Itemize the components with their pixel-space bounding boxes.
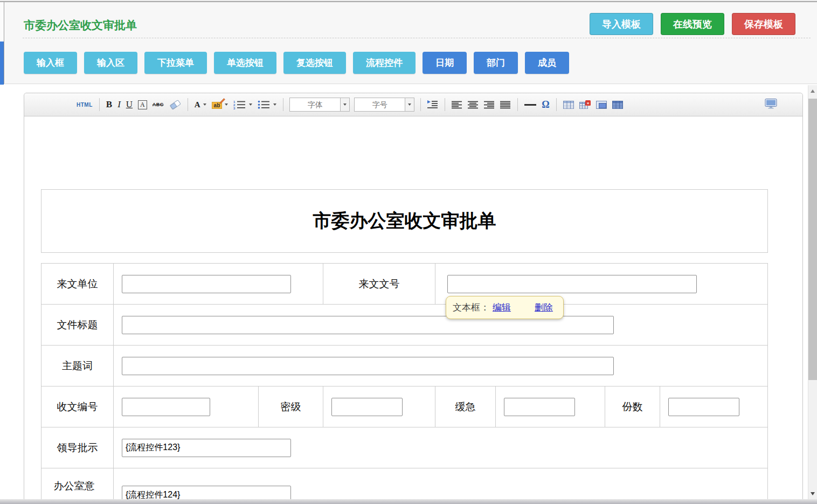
- eraser-button[interactable]: [169, 97, 181, 112]
- bold-button[interactable]: B: [106, 97, 112, 112]
- department-button[interactable]: 部门: [474, 52, 518, 74]
- align-left-button[interactable]: [452, 97, 462, 112]
- incoming-unit-input[interactable]: [122, 275, 291, 293]
- radio-button-button[interactable]: 单选按钮: [214, 52, 276, 74]
- html-source-button[interactable]: HTML: [77, 97, 93, 112]
- svg-text:3: 3: [233, 107, 236, 109]
- fullscreen-icon: [765, 99, 778, 109]
- unordered-list-button[interactable]: [258, 97, 276, 112]
- align-justify-icon: [500, 101, 511, 109]
- italic-button[interactable]: I: [117, 97, 121, 112]
- delete-link[interactable]: 删除: [535, 301, 553, 314]
- incoming-unit-label: 来文单位: [41, 264, 113, 304]
- eraser-icon: [169, 99, 181, 110]
- header-panel: 市委办公室收文审批单 导入模板 在线预览 保存模板 输入框 输入区 下拉菜单 单…: [5, 2, 817, 84]
- incoming-doc-number-input[interactable]: [447, 275, 697, 293]
- import-template-button[interactable]: 导入模板: [590, 13, 653, 35]
- align-left-icon: [452, 101, 462, 109]
- fullscreen-button[interactable]: [765, 99, 778, 109]
- boxed-a-button[interactable]: A: [138, 97, 147, 112]
- table-properties-button[interactable]: [612, 97, 623, 112]
- align-justify-button[interactable]: [500, 97, 511, 112]
- delete-table-button[interactable]: ×: [579, 97, 591, 112]
- table-row: 主题词: [41, 346, 767, 386]
- font-family-select[interactable]: 字体: [289, 98, 350, 112]
- copies-input[interactable]: [668, 398, 739, 416]
- scrollbar-up-arrow-icon[interactable]: [811, 89, 815, 93]
- ordered-list-icon: 1 2 3: [233, 100, 246, 109]
- toolbar-separator: [445, 98, 445, 111]
- dropdown-caret-icon: [343, 103, 347, 106]
- toolbar-separator: [99, 98, 100, 111]
- table-properties-icon: [612, 100, 623, 109]
- textbox-context-tooltip: 文本框： 编辑 删除: [446, 296, 564, 319]
- rich-text-editor: HTML B I U A ABC A ab 1 2: [24, 93, 803, 504]
- leader-comments-input[interactable]: [122, 439, 291, 457]
- left-sidebar-fragment: [0, 42, 4, 85]
- dropdown-caret-icon: [273, 103, 276, 106]
- dropdown-caret-icon: [249, 103, 252, 106]
- table-row: 收文编号 密级 缓急 份数: [41, 386, 767, 427]
- underline-button[interactable]: U: [126, 97, 133, 112]
- flow-control-button[interactable]: 流程控件: [353, 52, 416, 74]
- window-top-edge: [0, 0, 817, 2]
- highlight-color-button[interactable]: ab: [212, 97, 229, 112]
- security-level-cell: [323, 386, 435, 427]
- scrollbar-thumb[interactable]: [808, 99, 817, 380]
- cell-properties-button[interactable]: [596, 97, 607, 112]
- font-family-value: 字体: [290, 98, 340, 111]
- subject-word-input[interactable]: [122, 357, 614, 375]
- receipt-number-label: 收文编号: [41, 386, 113, 427]
- input-box-button[interactable]: 输入框: [24, 52, 77, 74]
- svg-text:×: ×: [586, 100, 589, 105]
- security-level-input[interactable]: [331, 398, 403, 416]
- strikethrough-button[interactable]: ABC: [153, 97, 164, 112]
- align-right-button[interactable]: [484, 97, 495, 112]
- checkbox-button-button[interactable]: 复选按钮: [283, 52, 346, 74]
- window-left-edge: [0, 2, 4, 84]
- member-button[interactable]: 成员: [525, 52, 569, 74]
- receipt-number-input[interactable]: [122, 398, 210, 416]
- horizontal-rule-button[interactable]: [524, 97, 536, 112]
- editor-toolbar: HTML B I U A ABC A ab 1 2: [24, 93, 802, 116]
- horizontal-rule-icon: [524, 104, 536, 106]
- html-source-icon: HTML: [77, 102, 93, 108]
- tooltip-label: 文本框：: [453, 301, 489, 314]
- subject-word-label: 主题词: [41, 346, 113, 386]
- font-size-dropdown-button[interactable]: [405, 98, 414, 111]
- dashed-separator: [23, 38, 811, 38]
- font-family-dropdown-button[interactable]: [340, 98, 349, 111]
- document-heading-label: 文件标题: [41, 305, 113, 345]
- vertical-scrollbar[interactable]: [808, 85, 817, 504]
- save-template-button[interactable]: 保存模板: [732, 13, 795, 35]
- ordered-list-button[interactable]: 1 2 3: [233, 97, 252, 112]
- font-size-value: 字号: [355, 98, 405, 111]
- insert-table-button[interactable]: [563, 97, 574, 112]
- unordered-list-icon: [258, 100, 271, 109]
- align-center-button[interactable]: [468, 97, 479, 112]
- indent-button[interactable]: [427, 97, 438, 112]
- scrollbar-down-arrow-icon[interactable]: [811, 492, 815, 495]
- editor-content-area[interactable]: 市委办公室收文审批单 来文单位 来文文号 文件标题 主题词 收文编号 密级: [24, 116, 802, 504]
- leader-comments-label: 领导批示: [41, 427, 113, 468]
- online-preview-button[interactable]: 在线预览: [661, 13, 724, 35]
- input-area-button[interactable]: 输入区: [84, 52, 137, 74]
- font-color-icon: A: [195, 100, 200, 109]
- urgency-input[interactable]: [504, 398, 575, 416]
- toolbar-separator: [188, 98, 188, 111]
- dropdown-menu-button[interactable]: 下拉菜单: [144, 52, 207, 74]
- edit-link[interactable]: 编辑: [493, 301, 511, 314]
- incoming-doc-number-label: 来文文号: [323, 264, 435, 304]
- font-color-button[interactable]: A: [195, 97, 206, 112]
- font-size-select[interactable]: 字号: [354, 98, 414, 112]
- boxed-a-icon: A: [138, 100, 147, 109]
- omega-icon: Ω: [542, 99, 549, 111]
- table-row: 文件标题: [41, 305, 767, 346]
- italic-icon: I: [117, 99, 121, 110]
- copies-cell: [660, 386, 767, 427]
- form-table: 来文单位 来文文号 文件标题 主题词 收文编号 密级 缓急 份数: [41, 263, 768, 504]
- special-char-button[interactable]: Ω: [542, 97, 549, 112]
- date-button[interactable]: 日期: [423, 52, 467, 74]
- indent-icon: [427, 100, 438, 109]
- receipt-number-cell: [113, 386, 258, 427]
